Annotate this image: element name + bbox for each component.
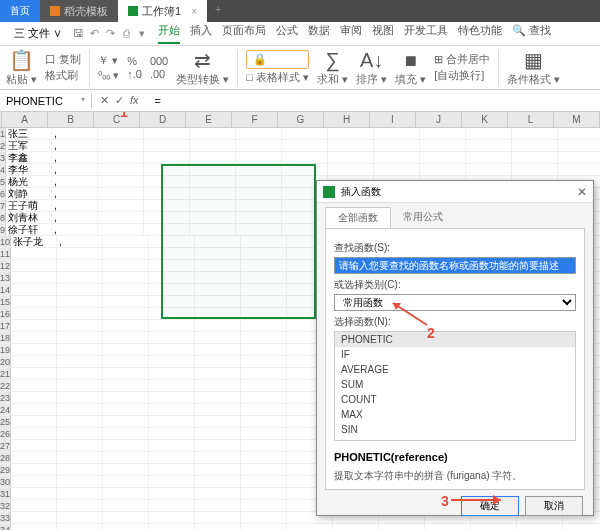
formula-input[interactable]: = — [151, 93, 600, 109]
fx-icon[interactable]: fx — [130, 94, 139, 107]
cell[interactable] — [241, 476, 287, 487]
table-style[interactable]: □ 表格样式 ▾ — [246, 70, 309, 85]
cell[interactable] — [282, 152, 328, 163]
cell[interactable] — [190, 128, 236, 139]
cell[interactable] — [241, 356, 287, 367]
cell[interactable] — [512, 164, 558, 175]
cell[interactable] — [103, 380, 149, 391]
list-item[interactable]: SUM — [335, 377, 575, 392]
col-E[interactable]: E — [186, 112, 232, 127]
cell[interactable] — [195, 380, 241, 391]
row-header[interactable]: 24 — [0, 404, 11, 415]
menu-file[interactable]: 三 文件 ∨ — [6, 24, 70, 43]
tab-view[interactable]: 视图 — [372, 23, 394, 44]
cell[interactable] — [57, 488, 103, 499]
cell[interactable] — [195, 524, 241, 530]
row-header[interactable]: 28 — [0, 452, 11, 463]
col-K[interactable]: K — [462, 112, 508, 127]
cell[interactable] — [241, 416, 287, 427]
cell[interactable] — [103, 320, 149, 331]
row-header[interactable]: 26 — [0, 428, 11, 439]
cell[interactable] — [236, 152, 282, 163]
cell[interactable] — [103, 356, 149, 367]
cell[interactable] — [374, 152, 420, 163]
cell[interactable]: , — [52, 200, 98, 211]
cell[interactable] — [103, 392, 149, 403]
cell[interactable] — [149, 524, 195, 530]
list-item[interactable]: SUMIF — [335, 437, 575, 441]
cell[interactable] — [57, 440, 103, 451]
tab-template[interactable]: 稻壳模板 — [40, 0, 118, 22]
inc-button[interactable]: 000 — [150, 55, 168, 67]
cell[interactable] — [241, 524, 287, 530]
row-header[interactable]: 22 — [0, 380, 11, 391]
row-header[interactable]: 27 — [0, 440, 11, 451]
cell[interactable] — [98, 152, 144, 163]
cell[interactable]: 张三 — [6, 128, 52, 139]
category-select[interactable]: 常用函数 — [334, 294, 576, 311]
cell[interactable] — [195, 464, 241, 475]
cell[interactable] — [149, 476, 195, 487]
cell[interactable] — [425, 524, 471, 530]
cell[interactable] — [195, 392, 241, 403]
cell[interactable]: 李鑫 — [6, 152, 52, 163]
cell[interactable] — [103, 368, 149, 379]
cell[interactable] — [195, 404, 241, 415]
tab-special[interactable]: 特色功能 — [458, 23, 502, 44]
tab-add[interactable]: + — [207, 0, 229, 22]
tab-insert[interactable]: 插入 — [190, 23, 212, 44]
cell[interactable] — [195, 416, 241, 427]
list-item[interactable]: AVERAGE — [335, 362, 575, 377]
col-M[interactable]: M — [554, 112, 600, 127]
fx-cancel-icon[interactable]: ✕ — [100, 94, 109, 107]
cell[interactable] — [103, 236, 149, 247]
cell[interactable] — [103, 284, 149, 295]
cell[interactable] — [558, 164, 600, 175]
row-header[interactable]: 23 — [0, 392, 11, 403]
tab-data[interactable]: 数据 — [308, 23, 330, 44]
cell[interactable] — [98, 200, 144, 211]
cell[interactable] — [144, 152, 190, 163]
cell[interactable] — [558, 128, 600, 139]
cell[interactable] — [241, 380, 287, 391]
cell[interactable] — [563, 524, 600, 530]
auto-wrap[interactable]: [自动换行] — [434, 68, 490, 83]
cancel-button[interactable]: 取消 — [525, 496, 583, 516]
row-header[interactable]: 10 — [0, 236, 11, 247]
cell[interactable] — [57, 320, 103, 331]
cell[interactable]: , — [57, 236, 103, 247]
cell[interactable] — [144, 140, 190, 151]
row-header[interactable]: 25 — [0, 416, 11, 427]
cell[interactable] — [11, 284, 57, 295]
cell[interactable] — [282, 140, 328, 151]
cell[interactable] — [241, 452, 287, 463]
cell[interactable] — [512, 128, 558, 139]
cell[interactable] — [149, 368, 195, 379]
fill[interactable]: ■填充 ▾ — [395, 49, 426, 87]
cell[interactable] — [11, 344, 57, 355]
cell[interactable] — [236, 140, 282, 151]
cell[interactable]: 王军 — [6, 140, 52, 151]
cell[interactable] — [57, 428, 103, 439]
list-item[interactable]: SIN — [335, 422, 575, 437]
cell[interactable] — [11, 368, 57, 379]
cell[interactable] — [103, 332, 149, 343]
row-header[interactable]: 18 — [0, 332, 11, 343]
cell[interactable] — [195, 428, 241, 439]
tab-all-functions[interactable]: 全部函数 — [325, 207, 391, 228]
row-header[interactable]: 14 — [0, 284, 11, 295]
cell[interactable] — [195, 452, 241, 463]
cell[interactable] — [98, 212, 144, 223]
cell[interactable]: , — [52, 128, 98, 139]
cell[interactable] — [103, 248, 149, 259]
cell[interactable] — [98, 224, 144, 235]
cell[interactable] — [103, 476, 149, 487]
cell[interactable] — [466, 152, 512, 163]
cell[interactable] — [11, 296, 57, 307]
cell[interactable] — [558, 140, 600, 151]
cell[interactable] — [512, 152, 558, 163]
cell[interactable] — [57, 464, 103, 475]
cell[interactable] — [144, 128, 190, 139]
cell[interactable] — [98, 188, 144, 199]
cell[interactable] — [241, 428, 287, 439]
